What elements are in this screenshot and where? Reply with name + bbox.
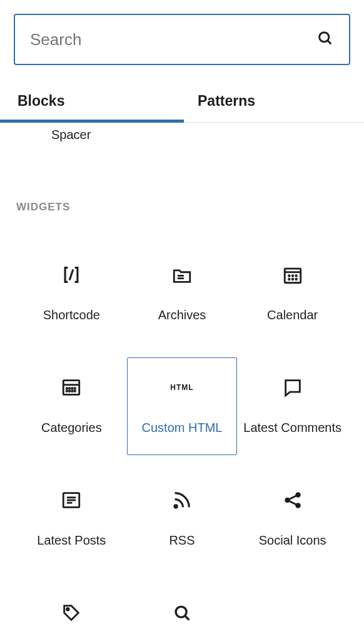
block-item-search[interactable]: Search <box>127 583 238 641</box>
block-label: Calendar <box>267 307 318 324</box>
block-label: Latest Comments <box>243 419 341 436</box>
block-label: Custom HTML <box>142 419 223 436</box>
tag-cloud-icon <box>61 602 82 623</box>
block-inserter-panel: { "search": { "placeholder": "Search", "… <box>0 0 364 641</box>
svg-point-12 <box>295 279 296 280</box>
search-box[interactable] <box>14 14 350 65</box>
svg-point-17 <box>72 387 73 389</box>
section-title-widgets: WIDGETS <box>16 201 348 213</box>
block-item-latest-comments[interactable]: Latest Comments <box>237 357 348 455</box>
svg-line-1 <box>328 41 331 44</box>
rss-icon <box>171 490 193 511</box>
svg-point-33 <box>67 608 69 610</box>
block-label: Archives <box>158 307 206 324</box>
svg-point-22 <box>74 390 76 391</box>
svg-point-30 <box>296 503 300 507</box>
svg-point-9 <box>295 275 296 276</box>
svg-point-28 <box>285 498 289 502</box>
block-label: Latest Posts <box>37 532 106 549</box>
svg-point-11 <box>292 279 293 280</box>
widgets-grid: Shortcode Archives Cal <box>16 245 348 641</box>
block-label: Shortcode <box>43 307 100 324</box>
svg-point-34 <box>176 607 186 617</box>
svg-point-21 <box>72 390 73 391</box>
svg-point-15 <box>66 387 68 389</box>
block-label: Social Icons <box>259 532 326 549</box>
block-item-spacer-label: Spacer <box>16 123 348 142</box>
archives-icon <box>171 264 193 285</box>
svg-point-19 <box>66 390 68 391</box>
search-container <box>0 0 364 71</box>
block-item-tag-cloud[interactable]: Tag Cloud <box>16 583 127 641</box>
block-item-calendar[interactable]: Calendar <box>237 245 348 342</box>
tabs: Blocks Patterns <box>0 84 364 123</box>
svg-point-29 <box>296 493 300 496</box>
svg-point-16 <box>69 387 71 389</box>
block-item-custom-html[interactable]: HTML Custom HTML <box>127 357 238 455</box>
svg-point-18 <box>74 387 76 389</box>
block-item-rss[interactable]: RSS <box>127 470 238 568</box>
block-item-shortcode[interactable]: Shortcode <box>16 245 127 342</box>
tab-blocks[interactable]: Blocks <box>0 84 184 122</box>
search-icon <box>316 29 334 49</box>
svg-line-31 <box>289 495 296 499</box>
svg-point-7 <box>288 275 290 276</box>
block-item-latest-posts[interactable]: Latest Posts <box>16 470 127 568</box>
latest-comments-icon <box>282 377 303 398</box>
html-badge: HTML <box>170 383 193 392</box>
tab-patterns[interactable]: Patterns <box>184 84 364 122</box>
svg-point-27 <box>174 505 177 507</box>
block-item-categories[interactable]: Categories <box>16 357 127 455</box>
latest-posts-icon <box>61 490 82 511</box>
svg-point-0 <box>320 33 329 42</box>
block-label: RSS <box>169 532 195 549</box>
categories-icon <box>61 377 82 398</box>
block-item-archives[interactable]: Archives <box>127 245 238 342</box>
social-icons-icon <box>282 490 303 511</box>
svg-line-35 <box>185 615 189 619</box>
block-list-scroll: Spacer WIDGETS Shortcode Archives <box>0 123 364 641</box>
svg-point-20 <box>69 390 71 391</box>
shortcode-icon <box>61 264 82 285</box>
svg-point-10 <box>288 279 290 280</box>
search-input[interactable] <box>30 30 316 49</box>
svg-point-8 <box>292 275 293 276</box>
svg-line-2 <box>69 269 73 280</box>
search-block-icon <box>171 602 193 623</box>
block-item-social-icons[interactable]: Social Icons <box>237 470 348 568</box>
calendar-icon <box>282 264 303 285</box>
svg-line-32 <box>289 501 296 505</box>
custom-html-icon: HTML <box>171 377 193 398</box>
block-label: Categories <box>41 419 102 436</box>
